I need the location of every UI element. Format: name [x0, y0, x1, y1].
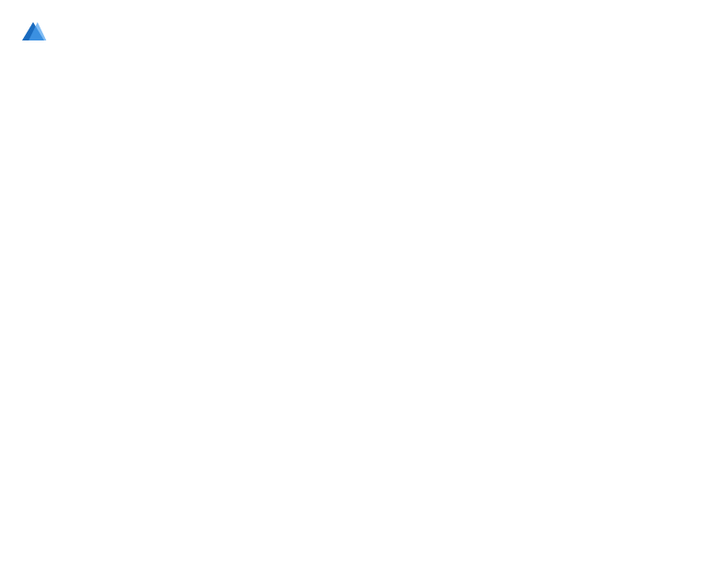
logo-icon: [18, 18, 48, 48]
page-header: [18, 18, 710, 48]
logo: [18, 18, 53, 48]
